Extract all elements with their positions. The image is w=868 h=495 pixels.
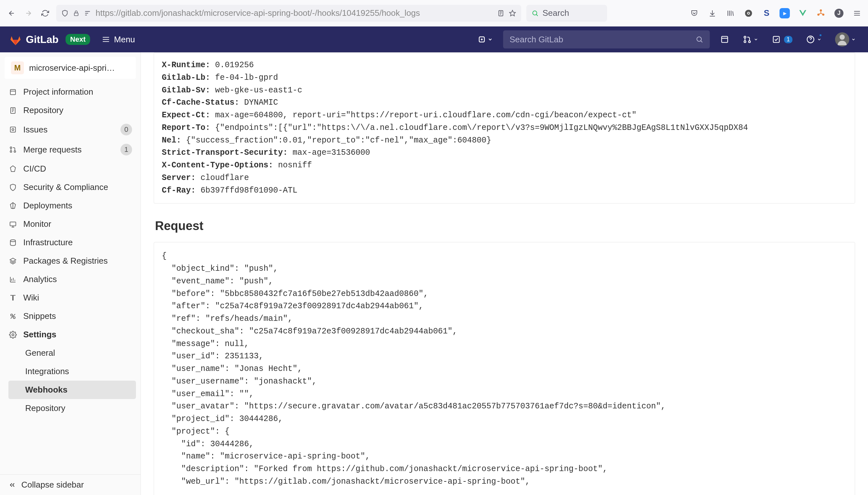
chevron-down-icon bbox=[754, 37, 758, 42]
todos-nav-button[interactable]: 1 bbox=[768, 33, 796, 46]
merge-requests-nav-button[interactable] bbox=[740, 33, 761, 46]
chevron-double-left-icon bbox=[8, 481, 16, 489]
svg-point-28 bbox=[13, 317, 15, 319]
gitlab-title: GitLab bbox=[26, 34, 58, 46]
url-bar[interactable]: https://gitlab.com/jonashackt/microservi… bbox=[56, 5, 521, 22]
svg-point-13 bbox=[744, 36, 746, 38]
sidebar-item-snippets[interactable]: Snippets bbox=[0, 307, 140, 325]
sidebar-item-label: Issues bbox=[23, 125, 48, 135]
sidebar-item-project-information[interactable]: Project information bbox=[0, 83, 140, 101]
collapse-label: Collapse sidebar bbox=[21, 480, 84, 490]
svg-point-14 bbox=[744, 41, 746, 42]
svg-marker-2 bbox=[510, 10, 515, 16]
sidebar-item-deployments[interactable]: Deployments bbox=[0, 197, 140, 215]
response-headers-text: X-Runtime: 0.019256 Gitlab-Lb: fe-04-lb-… bbox=[162, 59, 847, 197]
sidebar-item-packages-registries[interactable]: Packages & Registries bbox=[0, 252, 140, 270]
account-icon[interactable]: J bbox=[834, 8, 844, 18]
sidebar-item-ci-cd[interactable]: CI/CD bbox=[0, 159, 140, 178]
sidebar-item-label: Infrastructure bbox=[23, 238, 73, 248]
bookmark-star-icon[interactable] bbox=[509, 10, 516, 17]
project-name: microservice-api-spri… bbox=[29, 63, 115, 73]
sidebar-item-label: CI/CD bbox=[23, 164, 46, 174]
ext-eye-icon[interactable] bbox=[743, 8, 754, 18]
sidebar-icon bbox=[8, 275, 17, 284]
sidebar-item-label: Wiki bbox=[23, 293, 39, 303]
sidebar-item-label: Project information bbox=[23, 87, 93, 97]
plus-icon bbox=[478, 36, 486, 43]
sub-item-general[interactable]: General bbox=[4, 344, 140, 362]
svg-point-6 bbox=[748, 12, 749, 14]
shield-icon bbox=[61, 10, 69, 17]
svg-rect-12 bbox=[722, 36, 728, 42]
chevron-down-icon bbox=[488, 37, 493, 42]
svg-point-29 bbox=[12, 334, 14, 336]
response-headers-box[interactable]: X-Runtime: 0.019256 Gitlab-Lb: fe-04-lb-… bbox=[154, 52, 855, 204]
sidebar-icon bbox=[8, 88, 17, 97]
permissions-icon bbox=[84, 10, 91, 17]
sidebar-item-label: Snippets bbox=[23, 311, 56, 321]
chevron-down-icon bbox=[817, 37, 821, 42]
gitlab-search[interactable]: Search GitLab bbox=[503, 30, 710, 49]
downloads-icon[interactable] bbox=[707, 8, 718, 18]
sidebar-item-label: Packages & Registries bbox=[23, 256, 108, 266]
new-button[interactable] bbox=[475, 34, 496, 45]
sidebar-item-infrastructure[interactable]: Infrastructure bbox=[0, 233, 140, 252]
sidebar-icon bbox=[8, 201, 17, 210]
sub-item-repository[interactable]: Repository bbox=[4, 399, 140, 417]
sidebar-item-wiki[interactable]: Wiki bbox=[0, 289, 140, 307]
sub-item-webhooks[interactable]: Webhooks bbox=[8, 381, 136, 399]
issues-nav-button[interactable] bbox=[717, 33, 732, 46]
pocket-icon[interactable] bbox=[689, 8, 699, 18]
url-text: https://gitlab.com/jonashackt/microservi… bbox=[95, 8, 420, 18]
sidebar-icon bbox=[8, 220, 17, 229]
svg-point-7 bbox=[820, 10, 822, 11]
search-engine-icon bbox=[532, 10, 538, 17]
request-body-box[interactable]: { "object_kind": "push", "event_name": "… bbox=[154, 242, 855, 495]
sidebar-icon bbox=[8, 165, 17, 173]
collapse-sidebar-button[interactable]: Collapse sidebar bbox=[0, 474, 140, 495]
svg-point-11 bbox=[697, 37, 702, 41]
svg-point-26 bbox=[10, 240, 16, 242]
svg-rect-16 bbox=[773, 36, 780, 42]
ext-s-icon[interactable]: S bbox=[761, 8, 772, 18]
sidebar-item-analytics[interactable]: Analytics bbox=[0, 270, 140, 289]
sidebar-item-label: Analytics bbox=[23, 274, 57, 284]
sidebar-badge: 0 bbox=[121, 124, 132, 135]
browser-reload-button[interactable] bbox=[39, 7, 51, 19]
sidebar: M microservice-api-spri… Project informa… bbox=[0, 52, 141, 495]
gitlab-logo-icon bbox=[9, 33, 22, 46]
sidebar-item-settings[interactable]: Settings bbox=[0, 325, 140, 344]
reader-icon[interactable] bbox=[497, 10, 504, 17]
sidebar-badge: 1 bbox=[121, 144, 132, 155]
sidebar-item-issues[interactable]: Issues0 bbox=[0, 120, 140, 140]
chevron-down-icon bbox=[851, 37, 856, 42]
sub-item-integrations[interactable]: Integrations bbox=[4, 362, 140, 381]
sidebar-item-monitor[interactable]: Monitor bbox=[0, 215, 140, 233]
hamburger-icon bbox=[102, 35, 110, 44]
sidebar-item-repository[interactable]: Repository bbox=[0, 101, 140, 120]
svg-point-21 bbox=[12, 129, 14, 131]
browser-toolbar: https://gitlab.com/jonashackt/microservi… bbox=[0, 0, 868, 27]
browser-back-button[interactable] bbox=[6, 7, 17, 19]
browser-search-bar[interactable]: Search bbox=[526, 5, 607, 22]
ext-zoom-icon[interactable]: ▸ bbox=[780, 8, 790, 18]
sidebar-item-label: Security & Compliance bbox=[23, 182, 108, 192]
sidebar-icon bbox=[8, 183, 17, 192]
next-badge[interactable]: Next bbox=[66, 34, 90, 45]
notification-dot-icon bbox=[819, 34, 822, 37]
browser-forward-button[interactable] bbox=[23, 7, 34, 19]
user-menu-button[interactable] bbox=[832, 30, 859, 49]
sidebar-item-security-compliance[interactable]: Security & Compliance bbox=[0, 178, 140, 197]
sidebar-item-merge-requests[interactable]: Merge requests1 bbox=[0, 140, 140, 159]
ext-vue-icon[interactable] bbox=[798, 8, 808, 18]
ext-tree-icon[interactable] bbox=[816, 8, 826, 18]
gitlab-logo[interactable]: GitLab bbox=[9, 33, 58, 46]
menu-button[interactable]: Menu bbox=[97, 32, 140, 47]
library-icon[interactable] bbox=[725, 8, 736, 18]
svg-rect-25 bbox=[10, 222, 16, 226]
main-content: X-Runtime: 0.019256 Gitlab-Lb: fe-04-lb-… bbox=[141, 52, 868, 495]
hamburger-icon[interactable] bbox=[852, 8, 862, 18]
help-nav-button[interactable] bbox=[803, 33, 825, 46]
gitlab-top-nav: GitLab Next Menu Search GitLab 1 bbox=[0, 27, 868, 52]
project-header[interactable]: M microservice-api-spri… bbox=[4, 57, 136, 79]
